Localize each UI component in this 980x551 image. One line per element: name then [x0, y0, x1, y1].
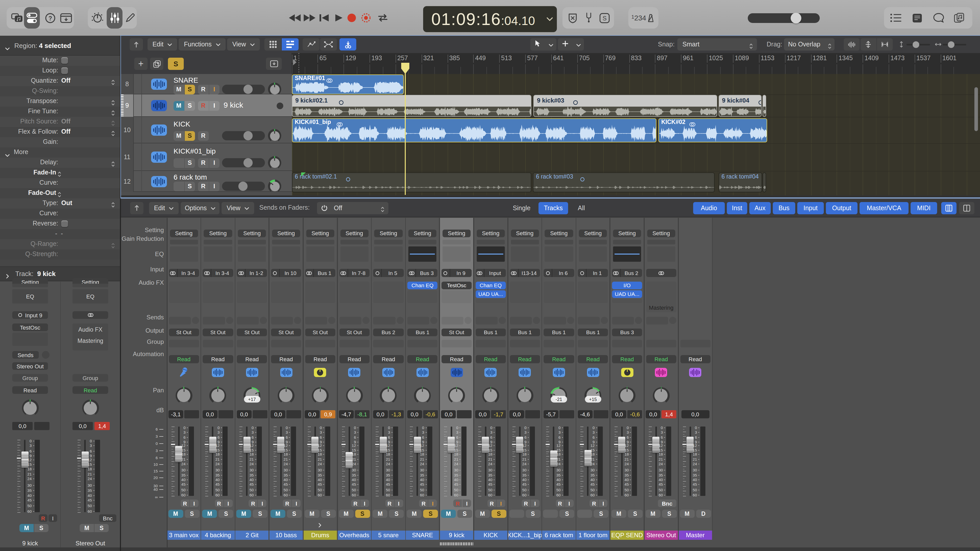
- svg-text:?: ?: [48, 15, 52, 22]
- svg-text:S: S: [603, 15, 607, 22]
